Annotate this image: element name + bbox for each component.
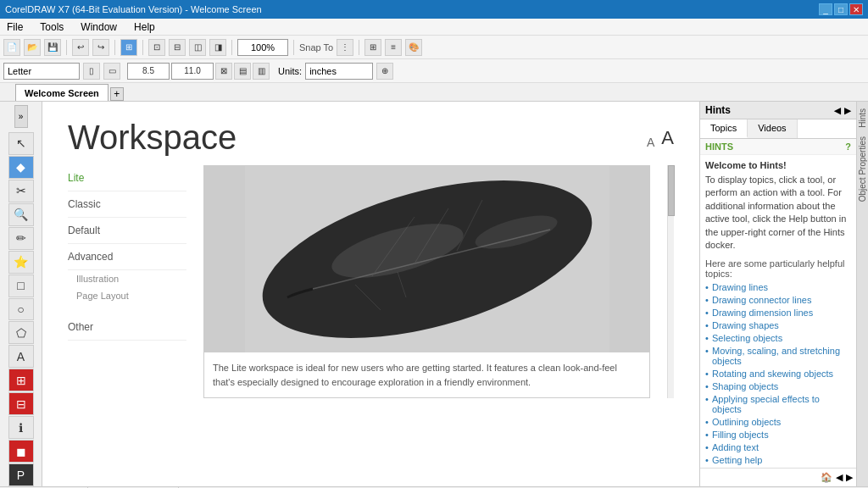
workspace-option-other[interactable]: Other (68, 314, 186, 341)
scrollbar-thumb[interactable] (668, 165, 675, 216)
window-controls: _ □ ✕ (819, 3, 863, 15)
portrait-button[interactable]: ▯ (83, 63, 100, 80)
right-label-hints[interactable]: Hints (856, 105, 868, 131)
separator-5 (293, 40, 294, 55)
menu-help[interactable]: Help (131, 19, 159, 35)
menu-file[interactable]: File (3, 19, 26, 35)
hints-link-3[interactable]: Drawing shapes (705, 320, 851, 330)
hints-link-7[interactable]: Shaping objects (705, 381, 851, 391)
hints-link-12[interactable]: Getting help (705, 455, 851, 465)
add-unit-button[interactable]: ⊕ (376, 63, 393, 80)
ellipse-tool[interactable]: ○ (8, 298, 34, 321)
hints-link-5[interactable]: Moving, scaling, and stretching objects (705, 346, 851, 366)
redo-button[interactable]: ↪ (92, 39, 109, 56)
right-labels-panel: Hints Object Properties (856, 102, 868, 486)
workspace-option-default[interactable]: Default (68, 218, 186, 244)
menu-tools[interactable]: Tools (36, 19, 67, 35)
hints-link-8[interactable]: Applying special effects to objects (705, 394, 851, 414)
hints-home-icon[interactable]: 🏠 (821, 472, 832, 483)
tb-icon5[interactable]: ⊞ (364, 39, 381, 56)
rect-tool[interactable]: □ (8, 274, 34, 297)
zoom-tool[interactable]: 🔍 (8, 203, 34, 226)
hints-link-2[interactable]: Drawing dimension lines (705, 308, 851, 318)
outline-tool[interactable]: P (8, 463, 34, 486)
hints-panel: Hints ◀ ▶ Topics Videos HINTS ? Welcome … (699, 102, 856, 486)
hints-back-icon[interactable]: ◀ (836, 472, 843, 483)
hints-subheader-label: HINTS (705, 141, 733, 152)
paper-size-select[interactable]: Letter (3, 63, 80, 80)
leaf-preview-image (204, 166, 649, 352)
leaf-svg (245, 166, 609, 352)
welcome-screen-tab[interactable]: Welcome Screen (15, 84, 108, 101)
menu-window[interactable]: Window (77, 19, 120, 35)
hints-scroll-down[interactable]: ▶ (844, 106, 851, 115)
hints-link-1[interactable]: Drawing connector lines (705, 295, 851, 305)
main-layout: » ↖ ◆ ✂ 🔍 ✏ ⭐ □ ○ ⬠ A ⊞ ⊟ ℹ ◼ P Workspac… (0, 102, 868, 486)
hints-header: Hints ◀ ▶ (700, 102, 856, 119)
units-select[interactable]: inches (305, 63, 373, 80)
restore-button[interactable]: □ (834, 3, 848, 15)
import-button[interactable]: ⊞ (120, 39, 137, 56)
save-button[interactable]: 💾 (44, 39, 61, 56)
font-large-indicator: A (661, 127, 674, 149)
workspace-option-advanced[interactable]: Advanced (68, 244, 186, 270)
tb-icon4[interactable]: ◨ (209, 39, 226, 56)
tb-icon2[interactable]: ⊟ (169, 39, 186, 56)
workspace-list: Lite Classic Default Advanced Illustrati… (42, 165, 699, 398)
tab-bar: Welcome Screen + (0, 83, 868, 102)
workspace-option-lite[interactable]: Lite (68, 165, 186, 191)
dimension-tool[interactable]: ⊟ (8, 392, 34, 415)
expand-toolbox-button[interactable]: » (14, 105, 28, 128)
undo-button[interactable]: ↩ (72, 39, 89, 56)
height-field[interactable]: 11.0 (171, 63, 214, 80)
vertical-scrollbar[interactable] (667, 165, 674, 398)
open-button[interactable]: 📂 (24, 39, 41, 56)
polygon-tool[interactable]: ⬠ (8, 321, 34, 344)
zoom-level[interactable]: 100% (237, 39, 288, 56)
hints-link-6[interactable]: Rotating and skewing objects (705, 369, 851, 379)
link-dims-button[interactable]: ⊠ (215, 63, 232, 80)
table-tool[interactable]: ⊞ (8, 369, 34, 391)
new-button[interactable]: 📄 (3, 39, 20, 56)
snap-button[interactable]: ⋮ (337, 39, 353, 56)
hints-tab-videos[interactable]: Videos (748, 119, 797, 138)
workspace-option-pagelayout[interactable]: Page Layout (68, 287, 186, 304)
crop-tool[interactable]: ✂ (8, 180, 34, 202)
hints-tab-topics[interactable]: Topics (700, 119, 748, 138)
close-button[interactable]: ✕ (849, 3, 863, 15)
width-field[interactable]: 8.5 (127, 63, 170, 80)
hints-welcome-title: Welcome to Hints! (705, 160, 851, 170)
connector-tool[interactable]: ℹ (8, 416, 34, 439)
hints-link-11[interactable]: Adding text (705, 442, 851, 452)
workspace-option-classic[interactable]: Classic (68, 191, 186, 218)
workspace-option-illustration[interactable]: Illustration (68, 270, 186, 287)
tb-dim-icon[interactable]: ▤ (234, 63, 251, 80)
workspace-options: Lite Classic Default Advanced Illustrati… (68, 165, 186, 398)
select-tool[interactable]: ↖ (8, 132, 34, 155)
add-tab-button[interactable]: + (110, 87, 124, 101)
hints-link-9[interactable]: Outlining objects (705, 417, 851, 427)
hints-scroll-up[interactable]: ◀ (834, 106, 841, 115)
tb-icon1[interactable]: ⊡ (148, 39, 165, 56)
hints-link-0[interactable]: Drawing lines (705, 282, 851, 292)
right-label-object-properties[interactable]: Object Properties (856, 133, 868, 205)
hints-link-4[interactable]: Selecting objects (705, 333, 851, 343)
shape-tool[interactable]: ◆ (8, 156, 34, 179)
hints-help-icon[interactable]: ? (845, 141, 851, 152)
tb-icon6[interactable]: ≡ (385, 39, 402, 56)
tb-dim-icon2[interactable]: ▥ (253, 63, 270, 80)
hints-link-10[interactable]: Filling objects (705, 430, 851, 440)
fill-tool[interactable]: ◼ (8, 440, 34, 463)
landscape-button[interactable]: ▭ (103, 63, 120, 80)
title-bar: CorelDRAW X7 (64-Bit Evaluation Version)… (0, 0, 868, 19)
hints-title: Hints (705, 104, 731, 116)
minimize-button[interactable]: _ (819, 3, 832, 15)
text-tool[interactable]: A (8, 345, 34, 368)
tb-icon3[interactable]: ◫ (189, 39, 206, 56)
freehand-tool[interactable]: ✏ (8, 227, 34, 250)
separator-2 (114, 40, 115, 55)
hints-forward-icon[interactable]: ▶ (846, 472, 853, 483)
menu-bar: File Tools Window Help (0, 19, 868, 36)
color-mgmt-button[interactable]: 🎨 (405, 39, 422, 56)
smart-draw-tool[interactable]: ⭐ (8, 251, 34, 274)
